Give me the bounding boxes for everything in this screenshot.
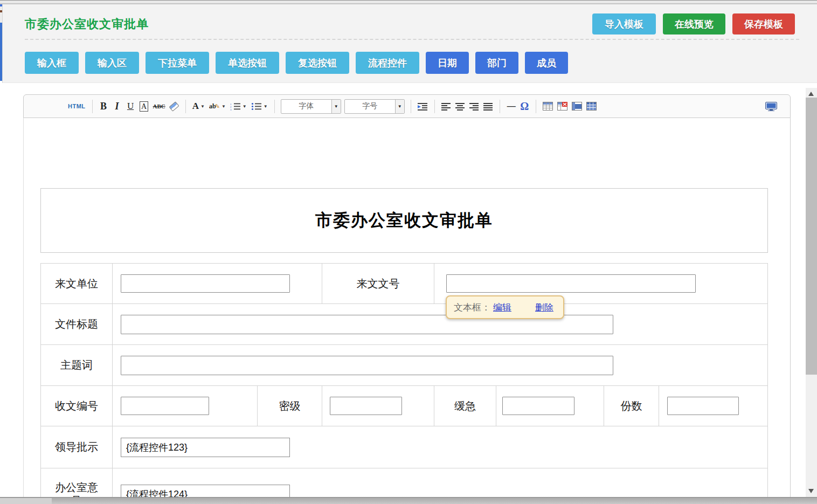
control-member-button[interactable]: 成员 <box>525 52 568 74</box>
control-flow-widget-button[interactable]: 流程控件 <box>356 52 419 74</box>
chevron-down-icon: ▼ <box>221 104 226 109</box>
toolbar-separator <box>185 100 186 113</box>
save-template-button[interactable]: 保存模板 <box>732 13 795 34</box>
control-textarea-button[interactable]: 输入区 <box>85 52 139 74</box>
table-row-icon <box>586 102 597 111</box>
highlight-color-button[interactable]: ab✎▼ <box>207 98 228 114</box>
header-panel: 市委办公室收文审批单 导入模板 在线预览 保存模板 输入框 输入区 下拉菜单 单… <box>2 4 817 83</box>
edit-link[interactable]: 编辑 <box>493 301 511 314</box>
control-radio-button[interactable]: 单选按钮 <box>216 52 279 74</box>
table-row-properties-button[interactable] <box>584 98 599 114</box>
toolbar-separator <box>434 100 435 113</box>
table-cell: {流程控件123} <box>113 426 768 468</box>
scroll-up-arrow[interactable] <box>808 92 814 96</box>
online-preview-button[interactable]: 在线预览 <box>663 13 725 34</box>
scroll-down-arrow[interactable] <box>808 489 814 493</box>
come-unit-label: 来文单位 <box>41 264 113 303</box>
control-dropdown-button[interactable]: 下拉菜单 <box>146 52 209 74</box>
editor-toolbar: HTML B I U A ABC A▼ ab✎▼ 1 2 3 ▼ ▼ 字体▼ 字… <box>23 94 791 118</box>
come-no-input[interactable] <box>446 274 696 293</box>
eraser-icon <box>169 101 179 112</box>
font-size-value: 字号 <box>345 100 395 113</box>
page-title: 市委办公室收文审批单 <box>25 16 149 32</box>
monitor-icon <box>765 102 777 111</box>
align-right-button[interactable] <box>467 98 481 114</box>
unordered-list-icon <box>251 102 262 111</box>
urgency-input[interactable] <box>502 397 574 415</box>
toolbar-separator <box>92 100 93 113</box>
indent-button[interactable] <box>416 98 430 114</box>
table-cell <box>113 345 768 385</box>
secret-input[interactable] <box>330 397 402 415</box>
import-template-button[interactable]: 导入模板 <box>592 13 656 34</box>
special-char-button[interactable]: Ω <box>518 98 531 114</box>
bold-button[interactable]: B <box>97 98 110 114</box>
align-left-icon <box>441 102 451 111</box>
table-cell <box>659 386 768 426</box>
scrollbar-thumb[interactable] <box>806 98 817 375</box>
subject-label: 主题词 <box>41 345 113 385</box>
table-row: 来文单位 来文文号 <box>41 264 767 304</box>
font-color-glyph: A <box>192 101 199 112</box>
font-family-value: 字体 <box>281 100 331 113</box>
svg-text:3: 3 <box>230 108 232 111</box>
secret-label: 密级 <box>258 386 322 426</box>
editor-canvas[interactable]: 市委办公室收文审批单 来文单位 来文文号 文件标题 主题词 收文编号 <box>23 118 791 504</box>
unordered-list-button[interactable]: ▼ <box>249 98 270 114</box>
align-justify-icon <box>483 102 493 111</box>
delete-table-button[interactable] <box>555 98 570 114</box>
table-row: 主题词 <box>41 345 767 386</box>
align-center-icon <box>455 102 465 111</box>
chevron-down-icon: ▼ <box>243 104 247 109</box>
form-table: 来文单位 来文文号 文件标题 主题词 收文编号 密 <box>40 263 768 504</box>
align-justify-button[interactable] <box>481 98 495 114</box>
indent-icon <box>418 102 428 111</box>
textbox-context-tooltip: 文本框： 编辑 删除 <box>446 295 564 319</box>
table-cell <box>496 386 604 426</box>
fullscreen-button[interactable] <box>763 98 779 114</box>
copies-input[interactable] <box>667 397 739 415</box>
control-department-button[interactable]: 部门 <box>475 52 518 74</box>
toolbar-separator <box>274 100 275 113</box>
left-edge-fragment <box>0 23 2 81</box>
align-center-button[interactable] <box>453 98 467 114</box>
control-input-box-button[interactable]: 输入框 <box>25 52 79 74</box>
chevron-down-icon: ▼ <box>331 100 341 113</box>
receive-no-input[interactable] <box>121 397 209 415</box>
ordered-list-button[interactable]: 1 2 3 ▼ <box>228 98 249 114</box>
align-left-button[interactable] <box>439 98 453 114</box>
window-bottom-edge <box>0 497 817 504</box>
remove-format-button[interactable] <box>168 98 181 114</box>
italic-button[interactable]: I <box>110 98 124 114</box>
html-source-button[interactable]: HTML <box>66 98 88 114</box>
font-family-select[interactable]: 字体▼ <box>281 99 341 114</box>
table-row: 领导批示 {流程控件123} <box>41 426 767 468</box>
underline-button[interactable]: U <box>124 98 137 114</box>
receive-no-label: 收文编号 <box>41 386 113 426</box>
document-title-cell: 市委办公室收文审批单 <box>40 188 768 253</box>
subject-input[interactable] <box>121 356 613 375</box>
document-title: 市委办公室收文审批单 <box>315 209 493 232</box>
delete-link[interactable]: 删除 <box>535 301 553 314</box>
strikethrough-button[interactable]: ABC <box>151 98 168 114</box>
font-color-button[interactable]: A▼ <box>190 98 207 114</box>
come-unit-input[interactable] <box>121 274 290 293</box>
pencil-icon: ✎ <box>215 103 220 110</box>
font-size-select[interactable]: 字号▼ <box>344 99 405 114</box>
ordered-list-icon: 1 2 3 <box>230 102 241 111</box>
table-row: 文件标题 <box>41 304 767 345</box>
insert-table-button[interactable] <box>541 98 555 114</box>
control-date-button[interactable]: 日期 <box>426 52 469 74</box>
table-cell-properties-button[interactable] <box>570 98 584 114</box>
flow-widget-123-field[interactable]: {流程控件123} <box>121 438 290 457</box>
delete-table-icon <box>557 102 567 111</box>
template-actions: 导入模板 在线预览 保存模板 <box>592 13 795 34</box>
control-checkbox-button[interactable]: 复选按钮 <box>286 52 349 74</box>
table-cell <box>322 386 434 426</box>
chevron-down-icon: ▼ <box>264 104 268 109</box>
chevron-down-icon: ▼ <box>200 104 205 109</box>
editor-scrollbar[interactable] <box>806 88 817 497</box>
horizontal-rule-button[interactable]: — <box>504 98 518 114</box>
font-frame-button[interactable]: A <box>137 98 151 114</box>
leader-remark-label: 领导批示 <box>41 426 113 468</box>
